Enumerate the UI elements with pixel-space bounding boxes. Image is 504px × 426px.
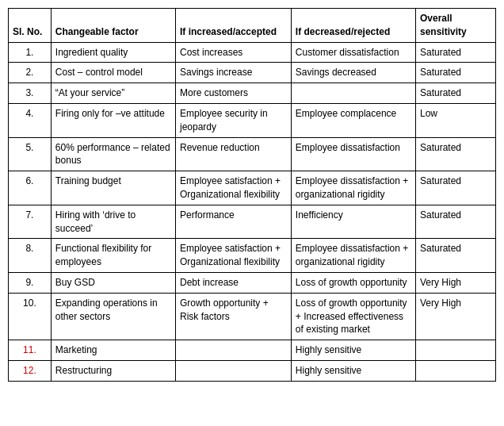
cell-overall: Low [415, 103, 495, 137]
cell-ifinc: More customers [175, 83, 291, 104]
cell-factor: Hiring with ‘drive to succeed’ [51, 205, 175, 239]
cell-ifinc: Growth opportunity + Risk factors [175, 293, 291, 340]
table-row: 6.Training budgetEmployee satisfaction +… [9, 171, 496, 205]
cell-ifinc: Revenue reduction [175, 137, 291, 171]
cell-ifdec: Highly sensitive [291, 340, 415, 361]
cell-sl: 5. [9, 137, 52, 171]
cell-sl: 10. [9, 293, 52, 340]
cell-sl: 4. [9, 103, 52, 137]
cell-overall [415, 360, 495, 381]
cell-sl: 11. [9, 340, 52, 361]
table-row: 4.Firing only for –ve attitudeEmployee s… [9, 103, 496, 137]
cell-ifinc [175, 340, 291, 361]
cell-factor: Functional flexibility for employees [51, 239, 175, 273]
table-row: 1.Ingredient qualityCost increasesCustom… [9, 42, 496, 63]
cell-ifinc: Employee security in jeopardy [175, 103, 291, 137]
table-row: 9.Buy GSDDebt increaseLoss of growth opp… [9, 272, 496, 293]
cell-ifinc [175, 360, 291, 381]
cell-sl: 12. [9, 360, 52, 381]
cell-sl: 2. [9, 63, 52, 83]
cell-ifinc: Performance [175, 205, 291, 239]
cell-overall: Saturated [415, 83, 495, 104]
cell-ifdec: Employee dissatisfaction + organizationa… [291, 239, 415, 273]
cell-ifinc: Cost increases [175, 42, 291, 63]
cell-sl: 9. [9, 272, 52, 293]
cell-overall: Very High [415, 272, 495, 293]
cell-ifinc: Savings increase [175, 63, 291, 83]
cell-overall: Saturated [415, 63, 495, 83]
cell-ifinc: Debt increase [175, 272, 291, 293]
cell-ifinc: Employee satisfaction + Organizational f… [175, 239, 291, 273]
cell-ifdec: Loss of growth opportunity + Increased e… [291, 293, 415, 340]
cell-ifdec: Customer dissatisfaction [291, 42, 415, 63]
header-sl: Sl. No. [9, 9, 52, 43]
table-row: 3.“At your service”More customersSaturat… [9, 83, 496, 104]
cell-overall: Very High [415, 293, 495, 340]
cell-ifdec: Savings decreased [291, 63, 415, 83]
cell-sl: 3. [9, 83, 52, 104]
cell-ifdec: Loss of growth opportunity [291, 272, 415, 293]
cell-factor: “At your service” [51, 83, 175, 104]
cell-sl: 8. [9, 239, 52, 273]
cell-overall: Saturated [415, 137, 495, 171]
table-row: 7.Hiring with ‘drive to succeed’Performa… [9, 205, 496, 239]
table-row: 2.Cost – control modelSavings increaseSa… [9, 63, 496, 83]
sensitivity-table: Sl. No. Changeable factor If increased/a… [8, 8, 496, 382]
cell-factor: Buy GSD [51, 272, 175, 293]
cell-factor: Expanding operations in other sectors [51, 293, 175, 340]
table-row: 5.60% performance – related bonusRevenue… [9, 137, 496, 171]
header-ifinc: If increased/accepted [175, 9, 291, 43]
cell-overall: Saturated [415, 171, 495, 205]
cell-factor: Firing only for –ve attitude [51, 103, 175, 137]
cell-sl: 7. [9, 205, 52, 239]
cell-factor: 60% performance – related bonus [51, 137, 175, 171]
cell-ifdec [291, 83, 415, 104]
cell-sl: 6. [9, 171, 52, 205]
cell-factor: Ingredient quality [51, 42, 175, 63]
cell-ifdec: Employee complacence [291, 103, 415, 137]
table-row: 11.MarketingHighly sensitive [9, 340, 496, 361]
table-row: 12.RestructuringHighly sensitive [9, 360, 496, 381]
cell-sl: 1. [9, 42, 52, 63]
cell-factor: Marketing [51, 340, 175, 361]
header-ifdec: If decreased/rejected [291, 9, 415, 43]
cell-ifdec: Employee dissatisfaction + organizationa… [291, 171, 415, 205]
table-row: 10.Expanding operations in other sectors… [9, 293, 496, 340]
cell-ifdec: Highly sensitive [291, 360, 415, 381]
cell-factor: Cost – control model [51, 63, 175, 83]
cell-factor: Training budget [51, 171, 175, 205]
header-factor: Changeable factor [51, 9, 175, 43]
cell-ifdec: Employee dissatisfaction [291, 137, 415, 171]
cell-overall: Saturated [415, 42, 495, 63]
header-overall: Overall sensitivity [415, 9, 495, 43]
cell-overall: Saturated [415, 239, 495, 273]
cell-overall [415, 340, 495, 361]
cell-ifinc: Employee satisfaction + Organizational f… [175, 171, 291, 205]
cell-ifdec: Inefficiency [291, 205, 415, 239]
cell-overall: Saturated [415, 205, 495, 239]
cell-factor: Restructuring [51, 360, 175, 381]
table-row: 8.Functional flexibility for employeesEm… [9, 239, 496, 273]
